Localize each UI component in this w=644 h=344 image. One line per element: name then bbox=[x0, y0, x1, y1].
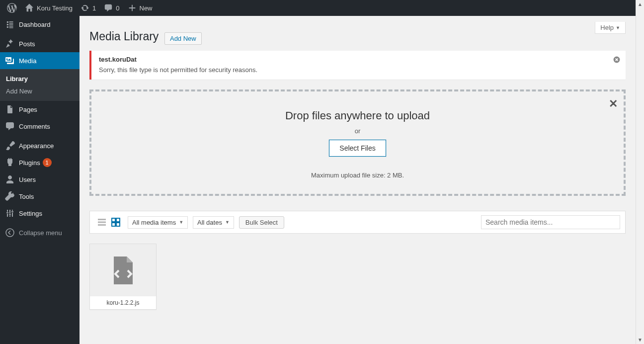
svg-rect-7 bbox=[112, 223, 115, 226]
plus-icon bbox=[128, 3, 137, 12]
sliders-icon bbox=[5, 208, 15, 218]
comments-count: 0 bbox=[116, 4, 119, 12]
drop-instructions: Drop files anywhere to upload bbox=[96, 109, 619, 122]
chevron-down-icon: ▼ bbox=[616, 25, 620, 30]
sidebar-label: Appearance bbox=[19, 142, 54, 150]
sidebar-item-pages[interactable]: Pages bbox=[0, 101, 80, 118]
collapse-icon bbox=[5, 228, 15, 238]
help-tab[interactable]: Help▼ bbox=[595, 22, 626, 34]
media-submenu: Library Add New bbox=[0, 69, 80, 101]
svg-rect-3 bbox=[98, 222, 106, 223]
sidebar-item-posts[interactable]: Posts bbox=[0, 35, 80, 52]
new-content-link[interactable]: New bbox=[124, 0, 157, 16]
or-text: or bbox=[96, 127, 619, 135]
list-view-icon bbox=[97, 217, 107, 227]
error-message: Sorry, this file type is not permitted f… bbox=[99, 66, 606, 74]
grid-view-icon bbox=[111, 217, 121, 227]
plugins-update-badge: 1 bbox=[43, 158, 52, 167]
sidebar-label: Dashboard bbox=[19, 21, 51, 28]
sidebar-subitem-addnew[interactable]: Add New bbox=[0, 85, 80, 97]
dismiss-icon bbox=[613, 56, 621, 64]
sidebar-item-plugins[interactable]: Plugins 1 bbox=[0, 154, 80, 171]
uploader-dropzone[interactable]: ✕ Drop files anywhere to upload or Selec… bbox=[89, 89, 626, 196]
view-list-button[interactable] bbox=[95, 215, 109, 229]
close-uploader-button[interactable]: ✕ bbox=[609, 97, 618, 110]
svg-rect-5 bbox=[112, 218, 115, 222]
home-icon bbox=[25, 3, 34, 12]
updates-count: 1 bbox=[92, 4, 96, 12]
sidebar-item-settings[interactable]: Settings bbox=[0, 205, 80, 222]
attachment-filename: koru-1.2.2.js bbox=[90, 296, 156, 309]
attachments-grid: koru-1.2.2.js bbox=[89, 234, 626, 320]
wordpress-icon bbox=[7, 3, 17, 13]
dismiss-notice-button[interactable] bbox=[611, 54, 623, 66]
window-scrollbar[interactable]: ▲▼ bbox=[636, 0, 644, 344]
collapse-label: Collapse menu bbox=[19, 229, 62, 237]
sidebar-label: Comments bbox=[19, 123, 50, 130]
pushpin-icon bbox=[5, 39, 15, 49]
svg-point-0 bbox=[6, 229, 14, 237]
sidebar-label: Settings bbox=[19, 210, 42, 217]
media-type-filter[interactable]: All media items▼ bbox=[128, 216, 188, 229]
media-toolbar: All media items▼ All dates▼ Bulk Select bbox=[89, 211, 626, 234]
sidebar-label: Posts bbox=[19, 40, 35, 48]
site-name-link[interactable]: Koru Testing bbox=[21, 0, 77, 16]
attachment-item[interactable]: koru-1.2.2.js bbox=[89, 244, 157, 310]
wrench-icon bbox=[5, 191, 15, 201]
dashboard-icon bbox=[5, 19, 15, 29]
sidebar-item-media[interactable]: Media bbox=[0, 52, 80, 69]
comment-icon bbox=[104, 3, 113, 12]
comments-link[interactable]: 0 bbox=[100, 0, 123, 16]
page-title: Media Library bbox=[89, 30, 159, 43]
date-filter[interactable]: All dates▼ bbox=[193, 216, 234, 229]
svg-rect-6 bbox=[116, 218, 120, 222]
upload-error-notice: test.koruDat Sorry, this file type is no… bbox=[89, 51, 626, 80]
sidebar-item-users[interactable]: Users bbox=[0, 171, 80, 188]
sidebar-label: Pages bbox=[19, 106, 37, 113]
sidebar-label: Users bbox=[19, 176, 36, 183]
admin-bar: Koru Testing 1 0 New bbox=[0, 0, 636, 16]
new-label: New bbox=[140, 4, 153, 12]
chevron-down-icon: ▼ bbox=[225, 220, 230, 225]
code-file-icon bbox=[111, 256, 136, 285]
plugin-icon bbox=[5, 158, 15, 168]
bulk-select-button[interactable]: Bulk Select bbox=[239, 216, 284, 229]
user-icon bbox=[5, 174, 15, 184]
main-content: Help▼ Media Library Add New test.koruDat… bbox=[80, 16, 636, 344]
admin-sidebar: Dashboard Posts Media Library Add New Pa… bbox=[0, 16, 80, 344]
sidebar-label: Tools bbox=[19, 193, 34, 200]
svg-rect-2 bbox=[98, 219, 106, 220]
sidebar-item-dashboard[interactable]: Dashboard bbox=[0, 16, 80, 33]
sidebar-item-appearance[interactable]: Appearance bbox=[0, 137, 80, 154]
select-files-button[interactable]: Select Files bbox=[329, 140, 386, 157]
sidebar-subitem-library[interactable]: Library bbox=[0, 73, 80, 85]
sidebar-label: Media bbox=[19, 57, 36, 65]
error-filename: test.koruDat bbox=[99, 56, 606, 63]
svg-rect-4 bbox=[98, 224, 106, 226]
svg-rect-8 bbox=[116, 223, 120, 226]
view-grid-button[interactable] bbox=[109, 215, 123, 229]
update-icon bbox=[80, 3, 89, 12]
page-icon bbox=[5, 104, 15, 114]
attachment-thumbnail bbox=[90, 244, 156, 296]
collapse-menu-button[interactable]: Collapse menu bbox=[0, 224, 80, 241]
sidebar-item-tools[interactable]: Tools bbox=[0, 188, 80, 205]
add-new-button[interactable]: Add New bbox=[164, 32, 202, 45]
updates-link[interactable]: 1 bbox=[77, 0, 100, 16]
search-input[interactable] bbox=[481, 215, 620, 229]
media-icon bbox=[5, 56, 15, 66]
site-name: Koru Testing bbox=[37, 4, 73, 12]
wp-logo[interactable] bbox=[3, 0, 21, 16]
sidebar-label: Plugins bbox=[19, 159, 40, 167]
brush-icon bbox=[5, 141, 15, 151]
sidebar-item-comments[interactable]: Comments bbox=[0, 118, 80, 135]
max-upload-text: Maximum upload file size: 2 MB. bbox=[96, 172, 619, 179]
chevron-down-icon: ▼ bbox=[179, 220, 183, 225]
comments-icon bbox=[5, 121, 15, 131]
